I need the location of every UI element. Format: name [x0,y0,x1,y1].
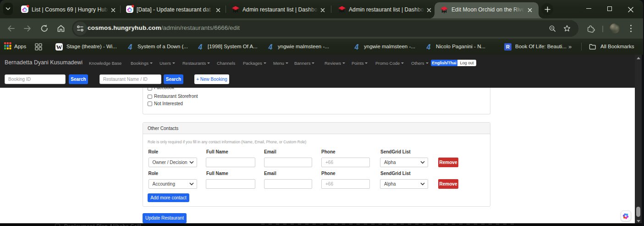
svg-text:4: 4 [426,43,431,51]
svg-text:R: R [506,44,510,50]
svg-text:4: 4 [268,43,273,51]
svg-text:W: W [56,43,62,50]
svg-text:4: 4 [198,43,203,51]
svg-text:4: 4 [128,43,132,51]
svg-text:4: 4 [354,43,359,51]
